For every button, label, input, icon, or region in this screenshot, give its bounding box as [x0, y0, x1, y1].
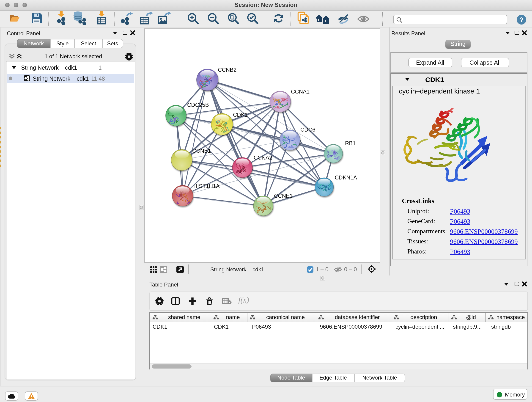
svg-text:CCNB1: CCNB1 [192, 148, 210, 154]
svg-text:CCNE1: CCNE1 [274, 193, 292, 199]
svg-text:RB1: RB1 [345, 140, 355, 146]
svg-text:CCNA1: CCNA1 [291, 89, 309, 95]
svg-text:?: ? [519, 16, 524, 23]
svg-text:CDC25B: CDC25B [187, 102, 209, 108]
svg-text:HIST1H1A: HIST1H1A [193, 183, 220, 189]
svg-text:CCNA2: CCNA2 [253, 154, 272, 161]
svg-text:CDK1: CDK1 [233, 112, 247, 118]
svg-text:CCNB2: CCNB2 [218, 67, 236, 73]
svg-text:CDKN1A: CDKN1A [335, 174, 357, 181]
svg-text:CDC6: CDC6 [300, 127, 315, 133]
